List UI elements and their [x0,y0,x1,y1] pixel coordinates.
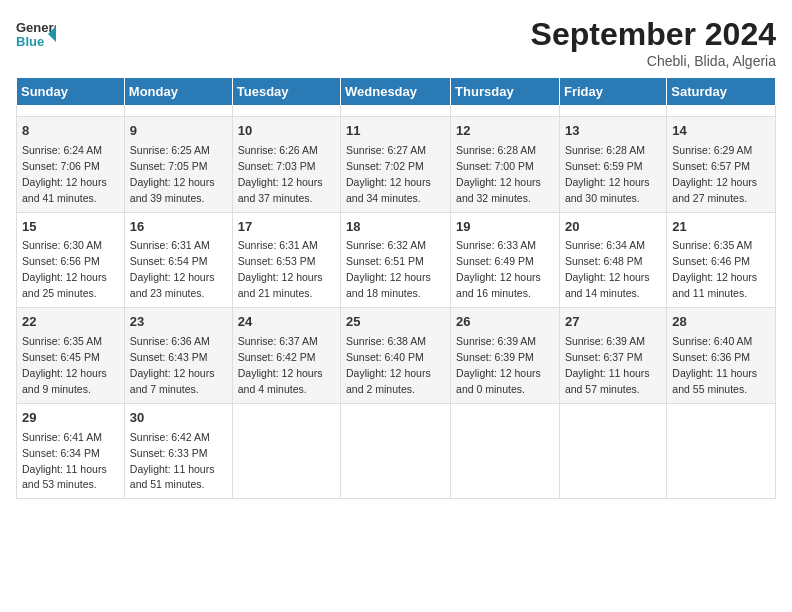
sunset-text: Sunset: 6:39 PM [456,351,534,363]
sunrise-text: Sunrise: 6:35 AM [672,239,752,251]
col-monday: Monday [124,78,232,106]
table-row [17,106,125,117]
calendar-week-row: 15Sunrise: 6:30 AMSunset: 6:56 PMDayligh… [17,212,776,308]
table-row: 29Sunrise: 6:41 AMSunset: 6:34 PMDayligh… [17,403,125,499]
sunrise-text: Sunrise: 6:37 AM [238,335,318,347]
daylight-text: Daylight: 12 hours and 37 minutes. [238,176,323,204]
daylight-text: Daylight: 11 hours and 57 minutes. [565,367,650,395]
table-row: 16Sunrise: 6:31 AMSunset: 6:54 PMDayligh… [124,212,232,308]
day-number: 25 [346,313,445,332]
sunset-text: Sunset: 6:43 PM [130,351,208,363]
sunrise-text: Sunrise: 6:30 AM [22,239,102,251]
sunset-text: Sunset: 6:59 PM [565,160,643,172]
table-row: 27Sunrise: 6:39 AMSunset: 6:37 PMDayligh… [559,308,666,404]
daylight-text: Daylight: 12 hours and 0 minutes. [456,367,541,395]
daylight-text: Daylight: 12 hours and 16 minutes. [456,271,541,299]
day-number: 29 [22,409,119,428]
table-row: 14Sunrise: 6:29 AMSunset: 6:57 PMDayligh… [667,117,776,213]
table-row [124,106,232,117]
table-row: 30Sunrise: 6:42 AMSunset: 6:33 PMDayligh… [124,403,232,499]
table-row: 15Sunrise: 6:30 AMSunset: 6:56 PMDayligh… [17,212,125,308]
table-row [559,403,666,499]
table-row [232,106,340,117]
sunrise-text: Sunrise: 6:39 AM [456,335,536,347]
daylight-text: Daylight: 12 hours and 27 minutes. [672,176,757,204]
sunrise-text: Sunrise: 6:26 AM [238,144,318,156]
daylight-text: Daylight: 12 hours and 14 minutes. [565,271,650,299]
sunrise-text: Sunrise: 6:39 AM [565,335,645,347]
sunrise-text: Sunrise: 6:35 AM [22,335,102,347]
table-row: 24Sunrise: 6:37 AMSunset: 6:42 PMDayligh… [232,308,340,404]
day-number: 22 [22,313,119,332]
table-row: 8Sunrise: 6:24 AMSunset: 7:06 PMDaylight… [17,117,125,213]
daylight-text: Daylight: 12 hours and 41 minutes. [22,176,107,204]
col-saturday: Saturday [667,78,776,106]
sunrise-text: Sunrise: 6:33 AM [456,239,536,251]
sunrise-text: Sunrise: 6:28 AM [456,144,536,156]
sunset-text: Sunset: 6:33 PM [130,447,208,459]
sunset-text: Sunset: 7:05 PM [130,160,208,172]
daylight-text: Daylight: 12 hours and 21 minutes. [238,271,323,299]
col-friday: Friday [559,78,666,106]
table-row [451,403,560,499]
sunrise-text: Sunrise: 6:27 AM [346,144,426,156]
calendar-header-row: Sunday Monday Tuesday Wednesday Thursday… [17,78,776,106]
calendar-week-row: 8Sunrise: 6:24 AMSunset: 7:06 PMDaylight… [17,117,776,213]
col-sunday: Sunday [17,78,125,106]
table-row: 25Sunrise: 6:38 AMSunset: 6:40 PMDayligh… [341,308,451,404]
sunset-text: Sunset: 6:56 PM [22,255,100,267]
month-title: September 2024 [531,16,776,53]
table-row: 23Sunrise: 6:36 AMSunset: 6:43 PMDayligh… [124,308,232,404]
sunset-text: Sunset: 6:37 PM [565,351,643,363]
sunset-text: Sunset: 6:42 PM [238,351,316,363]
sunrise-text: Sunrise: 6:38 AM [346,335,426,347]
sunset-text: Sunset: 6:40 PM [346,351,424,363]
table-row: 10Sunrise: 6:26 AMSunset: 7:03 PMDayligh… [232,117,340,213]
table-row [667,403,776,499]
day-number: 18 [346,218,445,237]
day-number: 17 [238,218,335,237]
svg-text:Blue: Blue [16,34,44,49]
day-number: 24 [238,313,335,332]
table-row [341,403,451,499]
daylight-text: Daylight: 12 hours and 7 minutes. [130,367,215,395]
sunset-text: Sunset: 6:53 PM [238,255,316,267]
table-row [667,106,776,117]
sunset-text: Sunset: 6:45 PM [22,351,100,363]
col-wednesday: Wednesday [341,78,451,106]
day-number: 13 [565,122,661,141]
sunrise-text: Sunrise: 6:40 AM [672,335,752,347]
sunset-text: Sunset: 7:03 PM [238,160,316,172]
sunrise-text: Sunrise: 6:31 AM [238,239,318,251]
sunrise-text: Sunrise: 6:32 AM [346,239,426,251]
day-number: 12 [456,122,554,141]
sunset-text: Sunset: 6:36 PM [672,351,750,363]
sunrise-text: Sunrise: 6:28 AM [565,144,645,156]
col-thursday: Thursday [451,78,560,106]
logo: General Blue [16,16,56,52]
day-number: 30 [130,409,227,428]
daylight-text: Daylight: 12 hours and 9 minutes. [22,367,107,395]
sunset-text: Sunset: 7:06 PM [22,160,100,172]
table-row: 26Sunrise: 6:39 AMSunset: 6:39 PMDayligh… [451,308,560,404]
table-row: 13Sunrise: 6:28 AMSunset: 6:59 PMDayligh… [559,117,666,213]
day-number: 23 [130,313,227,332]
table-row: 9Sunrise: 6:25 AMSunset: 7:05 PMDaylight… [124,117,232,213]
sunset-text: Sunset: 6:34 PM [22,447,100,459]
day-number: 15 [22,218,119,237]
calendar-week-row [17,106,776,117]
sunset-text: Sunset: 6:49 PM [456,255,534,267]
daylight-text: Daylight: 12 hours and 18 minutes. [346,271,431,299]
sunrise-text: Sunrise: 6:34 AM [565,239,645,251]
sunset-text: Sunset: 7:02 PM [346,160,424,172]
day-number: 21 [672,218,770,237]
day-number: 16 [130,218,227,237]
day-number: 20 [565,218,661,237]
sunset-text: Sunset: 6:57 PM [672,160,750,172]
col-tuesday: Tuesday [232,78,340,106]
table-row: 11Sunrise: 6:27 AMSunset: 7:02 PMDayligh… [341,117,451,213]
sunset-text: Sunset: 7:00 PM [456,160,534,172]
sunrise-text: Sunrise: 6:29 AM [672,144,752,156]
sunset-text: Sunset: 6:46 PM [672,255,750,267]
sunset-text: Sunset: 6:54 PM [130,255,208,267]
